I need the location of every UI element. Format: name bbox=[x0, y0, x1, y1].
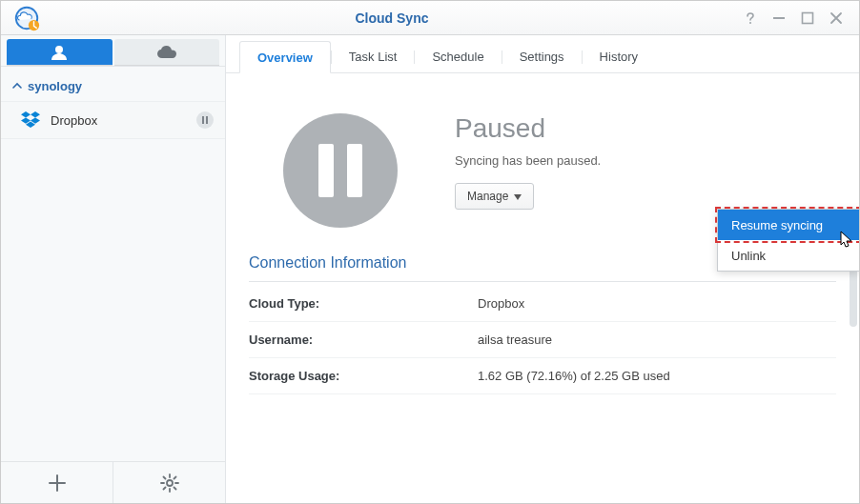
tab-bar: Overview Task List Schedule Settings His… bbox=[226, 35, 859, 73]
sidebar-item-dropbox[interactable]: Dropbox bbox=[1, 101, 225, 139]
chevron-up-icon bbox=[12, 81, 22, 91]
tab-settings[interactable]: Settings bbox=[502, 41, 582, 72]
manage-button[interactable]: Manage bbox=[455, 183, 534, 210]
sidebar-tab-cloud[interactable] bbox=[114, 39, 220, 66]
row-storage-usage: Storage Usage: 1.62 GB (72.16%) of 2.25 … bbox=[249, 358, 836, 394]
svg-rect-4 bbox=[803, 12, 813, 23]
title-bar: Cloud Sync bbox=[1, 1, 859, 35]
sidebar-group-label: synology bbox=[28, 79, 82, 93]
pause-badge-icon bbox=[196, 111, 214, 129]
dropbox-icon bbox=[20, 110, 41, 131]
svg-point-5 bbox=[55, 46, 63, 53]
help-button[interactable] bbox=[743, 10, 758, 26]
manage-dropdown: Resume syncing Unlink bbox=[717, 209, 860, 272]
svg-rect-3 bbox=[773, 17, 785, 19]
caret-down-icon bbox=[514, 190, 522, 203]
menu-unlink[interactable]: Unlink bbox=[718, 240, 859, 271]
status-title: Paused bbox=[455, 113, 601, 144]
row-username: Username: ailsa treasure bbox=[249, 322, 836, 358]
tab-schedule[interactable]: Schedule bbox=[415, 41, 501, 72]
content-area: Overview Task List Schedule Settings His… bbox=[226, 35, 859, 503]
status-subtitle: Syncing has been paused. bbox=[455, 153, 601, 168]
tab-history[interactable]: History bbox=[583, 41, 655, 72]
maximize-button[interactable] bbox=[800, 10, 815, 26]
connection-info-table: Cloud Type: Dropbox Username: ailsa trea… bbox=[249, 286, 836, 394]
status-pause-icon bbox=[283, 113, 398, 228]
svg-rect-6 bbox=[202, 116, 204, 124]
tab-task-list[interactable]: Task List bbox=[332, 41, 415, 72]
tab-overview[interactable]: Overview bbox=[239, 41, 331, 73]
app-icon bbox=[12, 4, 41, 32]
sidebar-tab-accounts[interactable] bbox=[7, 39, 113, 66]
sidebar-group-synology[interactable]: synology bbox=[1, 71, 225, 101]
svg-point-2 bbox=[749, 22, 751, 24]
menu-resume-syncing[interactable]: Resume syncing bbox=[718, 210, 859, 240]
row-cloud-type: Cloud Type: Dropbox bbox=[249, 286, 836, 322]
close-button[interactable] bbox=[829, 10, 844, 26]
settings-button[interactable] bbox=[113, 462, 225, 503]
sidebar: synology Dropbox bbox=[1, 35, 226, 503]
sidebar-item-label: Dropbox bbox=[51, 113, 196, 128]
add-button[interactable] bbox=[1, 462, 113, 503]
minimize-button[interactable] bbox=[771, 10, 787, 26]
svg-point-8 bbox=[167, 480, 173, 486]
window-title: Cloud Sync bbox=[41, 10, 743, 26]
svg-rect-7 bbox=[206, 116, 208, 124]
